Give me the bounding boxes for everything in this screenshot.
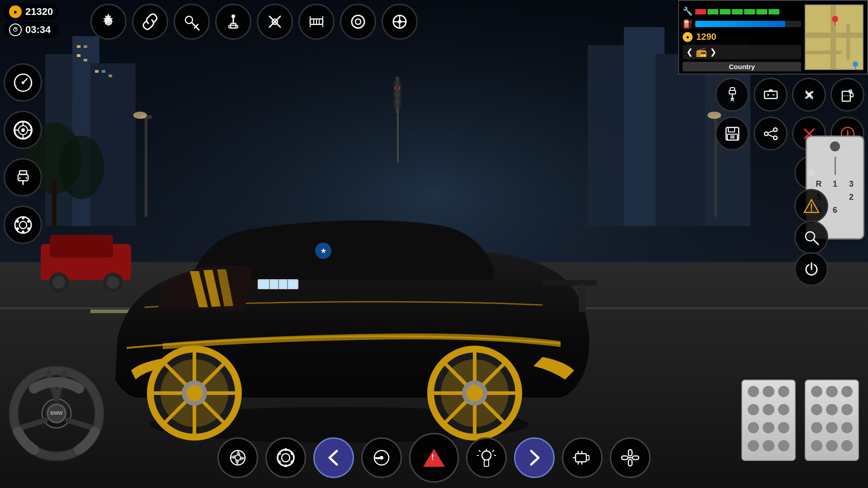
svg-point-182 [278, 460, 281, 463]
health-seg-7 [769, 9, 779, 14]
turbo-button[interactable] [217, 437, 258, 478]
pedal-dot [811, 422, 822, 433]
engine-button[interactable] [562, 437, 603, 478]
svg-point-21 [133, 112, 147, 119]
svg-rect-145 [764, 91, 777, 99]
svg-point-183 [278, 452, 281, 455]
plug-button[interactable] [4, 158, 42, 197]
speedometer-button[interactable] [4, 63, 42, 102]
svg-rect-151 [842, 91, 850, 101]
fuel-tank-button[interactable] [830, 78, 864, 112]
svg-point-111 [22, 81, 24, 84]
spark-plug-button[interactable] [715, 78, 749, 112]
svg-point-101 [352, 15, 364, 28]
pedal-dot [763, 422, 774, 433]
settings-button[interactable] [90, 4, 127, 40]
coin-row: ● 1290 [683, 32, 801, 42]
svg-rect-68 [579, 285, 585, 312]
save-button[interactable] [715, 117, 749, 150]
svg-rect-158 [730, 135, 735, 139]
health-seg-4 [732, 9, 743, 14]
map-prev-button[interactable]: ❮ [686, 47, 693, 57]
gas-pedal[interactable] [805, 380, 859, 461]
share-button[interactable] [754, 117, 788, 150]
svg-rect-136 [846, 23, 850, 60]
wheel-button[interactable] [382, 4, 418, 40]
svg-point-66 [467, 385, 483, 401]
search-area [794, 221, 828, 254]
warning-button[interactable] [794, 189, 828, 223]
svg-rect-188 [484, 460, 489, 466]
chain-button[interactable] [610, 437, 651, 478]
power-area [794, 252, 828, 286]
svg-point-177 [282, 454, 290, 462]
search-button[interactable] [794, 221, 828, 254]
svg-rect-19 [145, 117, 147, 217]
tire-button[interactable] [4, 111, 42, 149]
hazard-button[interactable]: ! [409, 433, 459, 483]
svg-point-176 [278, 450, 294, 466]
coin-hud-icon: ● [683, 32, 693, 42]
light-button[interactable] [466, 437, 507, 478]
ring-button[interactable] [340, 4, 376, 40]
pedal-dot [811, 386, 822, 397]
svg-rect-10 [102, 70, 105, 73]
brake-disc-bottom-button[interactable] [265, 437, 306, 478]
svg-point-187 [482, 451, 491, 460]
pedal-dot [826, 422, 837, 433]
map-selector[interactable]: ❮ 📻 ❯ [683, 45, 801, 59]
health-seg-3 [720, 9, 731, 14]
pedal-dot [826, 404, 837, 415]
joystick-button[interactable] [215, 4, 251, 40]
warning-area [794, 189, 828, 223]
svg-rect-8 [84, 59, 87, 61]
svg-point-42 [107, 276, 119, 289]
pedal-dot [826, 440, 837, 451]
svg-point-40 [52, 276, 65, 289]
svg-text:★: ★ [321, 247, 326, 254]
health-seg-2 [708, 9, 718, 14]
svg-line-163 [768, 135, 774, 137]
svg-point-159 [774, 128, 777, 131]
pedal-dot [811, 404, 822, 415]
svg-point-104 [398, 20, 401, 23]
svg-point-160 [764, 132, 768, 136]
svg-rect-18 [52, 181, 57, 226]
gearbox-button[interactable] [298, 4, 335, 40]
repair-button[interactable] [257, 4, 293, 40]
turn-right-button[interactable] [514, 437, 555, 478]
link-button[interactable] [132, 4, 168, 40]
svg-rect-156 [728, 127, 735, 132]
svg-line-162 [768, 131, 774, 133]
svg-point-180 [291, 460, 293, 463]
svg-rect-146 [769, 89, 773, 91]
svg-rect-205 [628, 460, 632, 466]
svg-point-114 [21, 128, 25, 132]
svg-point-126 [22, 217, 24, 220]
fan-button[interactable] [792, 78, 826, 112]
svg-rect-47 [278, 279, 279, 289]
timer-stat: ⏱ 03:34 [4, 22, 58, 38]
pedal-dot [763, 386, 774, 397]
pedal-dot [841, 386, 853, 397]
map-next-button[interactable]: ❯ [710, 47, 717, 57]
health-seg-5 [744, 9, 755, 14]
battery-button[interactable] [754, 78, 788, 112]
svg-rect-142 [729, 90, 736, 94]
pedal-dot [841, 404, 853, 415]
brake-disc-left-button[interactable] [4, 206, 42, 244]
steering-wheel[interactable]: BMW [9, 366, 104, 461]
bottom-toolbar: ! [118, 433, 750, 483]
turn-left-button[interactable] [313, 437, 354, 478]
wiper-button[interactable] [361, 437, 402, 478]
svg-rect-5 [77, 45, 80, 48]
svg-rect-48 [287, 279, 288, 289]
svg-point-181 [284, 465, 287, 467]
hazard-exclaim: ! [431, 453, 434, 462]
map-label: Country [683, 62, 801, 71]
key-button[interactable] [174, 4, 210, 40]
power-button[interactable] [794, 252, 828, 286]
svg-point-127 [27, 220, 30, 223]
gear-knob [830, 141, 840, 151]
svg-text:BMW: BMW [50, 410, 63, 416]
